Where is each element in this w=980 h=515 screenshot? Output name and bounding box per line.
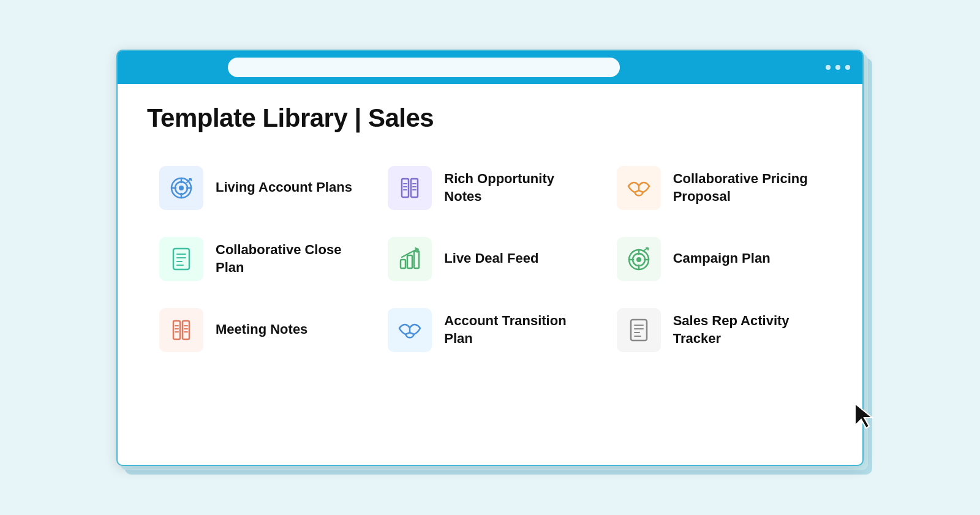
template-icon-account-transition-plan [388,308,432,352]
template-label-living-account-plans: Living Account Plans [216,179,352,197]
template-item-campaign-plan[interactable]: Campaign Plan [605,226,833,292]
template-item-living-account-plans[interactable]: Living Account Plans [147,155,375,221]
svg-point-29 [636,257,641,262]
template-icon-collaborative-pricing-proposal [617,166,661,210]
template-item-collaborative-pricing-proposal[interactable]: Collaborative Pricing Proposal [605,155,833,221]
toolbar-dot-1 [826,65,831,70]
svg-rect-44 [631,320,647,340]
svg-rect-9 [411,179,418,197]
svg-rect-36 [183,321,189,339]
template-label-sales-rep-activity-tracker: Sales Rep Activity Tracker [673,312,821,347]
template-icon-meeting-notes [159,308,203,352]
svg-rect-17 [173,249,189,269]
template-item-meeting-notes[interactable]: Meeting Notes [147,297,375,363]
page-title: Template Library | Sales [147,103,833,133]
template-icon-campaign-plan [617,237,661,281]
svg-rect-8 [402,179,409,197]
address-bar[interactable] [228,58,620,77]
template-label-meeting-notes: Meeting Notes [216,321,307,339]
toolbar-dot-2 [835,65,840,70]
template-label-collaborative-close-plan: Collaborative Close Plan [216,241,363,276]
svg-line-34 [643,249,647,251]
template-icon-living-account-plans [159,166,203,210]
template-label-live-deal-feed: Live Deal Feed [444,250,538,268]
browser-toolbar [118,51,862,84]
template-item-collaborative-close-plan[interactable]: Collaborative Close Plan [147,226,375,292]
template-label-collaborative-pricing-proposal: Collaborative Pricing Proposal [673,170,821,205]
template-label-account-transition-plan: Account Transition Plan [444,312,592,347]
toolbar-dots [826,65,850,70]
template-grid: Living Account Plans Rich Opportunity No… [147,155,833,363]
template-icon-live-deal-feed [388,237,432,281]
svg-rect-24 [414,251,419,268]
template-label-campaign-plan: Campaign Plan [673,250,771,268]
template-item-rich-opportunity-notes[interactable]: Rich Opportunity Notes [375,155,604,221]
browser-container: Template Library | Sales Living Account … [116,50,864,466]
template-icon-sales-rep-activity-tracker [617,308,661,352]
svg-rect-35 [173,321,180,339]
template-icon-rich-opportunity-notes [388,166,432,210]
svg-rect-22 [401,260,405,268]
template-item-live-deal-feed[interactable]: Live Deal Feed [375,226,604,292]
svg-point-2 [179,186,184,190]
template-item-account-transition-plan[interactable]: Account Transition Plan [375,297,604,363]
cursor-icon [854,402,876,429]
toolbar-dot-3 [845,65,850,70]
template-icon-collaborative-close-plan [159,237,203,281]
browser-window: Template Library | Sales Living Account … [116,50,864,466]
browser-content: Template Library | Sales Living Account … [118,84,862,383]
template-label-rich-opportunity-notes: Rich Opportunity Notes [444,170,592,205]
svg-rect-23 [407,255,412,268]
template-item-sales-rep-activity-tracker[interactable]: Sales Rep Activity Tracker [605,297,833,363]
